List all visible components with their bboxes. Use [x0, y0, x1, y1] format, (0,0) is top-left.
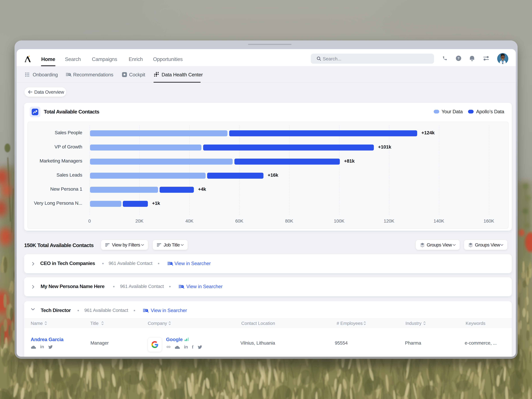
- svg-text:?: ?: [457, 57, 460, 60]
